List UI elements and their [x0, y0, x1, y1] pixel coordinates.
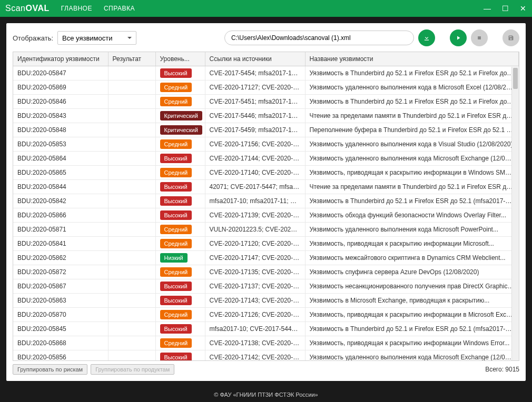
table-row[interactable]: BDU:2020-05848КритическийCVE-2017-5459; … [13, 123, 519, 137]
col-name[interactable]: Название уязвимости [305, 52, 519, 66]
cell-level: Средний [155, 265, 205, 279]
cell-result [108, 109, 155, 123]
level-badge: Высокий [160, 154, 192, 163]
group-by-products-button[interactable]: Группировать по продуктам [91, 364, 174, 375]
cell-result [108, 180, 155, 194]
cell-sources: CVE-2020-17142; CVE-2020-17142 [205, 350, 305, 361]
cell-result [108, 66, 155, 81]
col-sources[interactable]: Ссылки на источники [205, 52, 305, 66]
table-row[interactable]: BDU:2020-05865СреднийCVE-2020-17140; CVE… [13, 166, 519, 180]
cell-name: Переполнение буфера в Thunderbird до 52.… [305, 123, 519, 137]
cell-sources: CVE-2020-17126; CVE-2020-17126 [205, 308, 305, 322]
logo-oval: OVAL [25, 4, 49, 13]
table-row[interactable]: BDU:2020-05843КритическийCVE-2017-5446; … [13, 109, 519, 123]
table-row[interactable]: BDU:2020-05871СреднийVULN-20201223.5; CV… [13, 223, 519, 237]
maximize-icon[interactable]: ☐ [501, 4, 509, 13]
cell-result [108, 237, 155, 251]
cell-level: Средний [155, 308, 205, 322]
play-button[interactable] [450, 29, 467, 46]
filter-select[interactable]: Все уязвимости [57, 31, 136, 45]
copyright-text: © ФАУ «ГНИИИ ПТЗИ ФСТЭК России» [214, 391, 318, 398]
cell-level: Средний [155, 237, 205, 251]
close-icon[interactable]: ✕ [519, 4, 527, 13]
level-badge: Критический [160, 125, 202, 135]
download-button[interactable] [418, 29, 435, 46]
cell-sources: CVE-2020-17127; CVE-2020-17127 [205, 81, 305, 95]
table-row[interactable]: BDU:2020-05844Высокий42071; CVE-2017-544… [13, 180, 519, 194]
cell-result [108, 322, 155, 336]
cell-result [108, 279, 155, 294]
scrollbar-thumb[interactable] [513, 68, 518, 89]
save-button[interactable] [503, 29, 519, 46]
cell-name: Уязвимость, приводящая к раскрытию инфор… [305, 308, 519, 322]
cell-name: Уязвимость, приводящая к раскрытию инфор… [305, 336, 519, 350]
table-row[interactable]: BDU:2020-05853СреднийCVE-2020-17156; CVE… [13, 137, 519, 152]
cell-name: Уязвимость спуфинга сервера Azure DevOps… [305, 265, 519, 279]
cell-level: Низкий [155, 251, 205, 265]
display-label: Отображать: [13, 34, 53, 42]
cell-name: Уязвимость в Thunderbird до 52.1 и Firef… [305, 95, 519, 109]
cell-name: Уязвимость удаленного выполнения кода в … [305, 137, 519, 152]
cell-result [108, 294, 155, 308]
table-row[interactable]: BDU:2020-05863ВысокийCVE-2020-17143; CVE… [13, 294, 519, 308]
col-result[interactable]: Результат [108, 52, 155, 66]
table-row[interactable]: BDU:2020-05872СреднийCVE-2020-17135; CVE… [13, 265, 519, 279]
stop-button[interactable] [471, 29, 488, 46]
level-badge: Средний [160, 225, 192, 234]
cell-result [108, 265, 155, 279]
cell-sources: CVE-2020-17144; CVE-2020-17144 [205, 152, 305, 166]
logo-scan: Scan [5, 4, 25, 13]
menu-help[interactable]: СПРАВКА [104, 5, 135, 12]
table-header-row: Идентификатор уязвимости Результат Урове… [13, 52, 519, 66]
download-icon [423, 34, 430, 42]
cell-name: Уязвимость, приводящая к раскрытию инфор… [305, 166, 519, 180]
cell-id: BDU:2020-05843 [13, 109, 108, 123]
col-level[interactable]: Уровень... [155, 52, 205, 66]
cell-id: BDU:2020-05848 [13, 123, 108, 137]
level-badge: Средний [160, 168, 192, 177]
filter-value: Все уязвимости [62, 34, 112, 42]
cell-result [108, 152, 155, 166]
level-badge: Высокий [160, 196, 192, 206]
cell-id: BDU:2020-05865 [13, 166, 108, 180]
cell-sources: CVE-2017-5451; mfsa2017-13; mfsa [205, 95, 305, 109]
table-row[interactable]: BDU:2020-05868СреднийCVE-2020-17138; CVE… [13, 336, 519, 350]
table-row[interactable]: BDU:2020-05864ВысокийCVE-2020-17144; CVE… [13, 152, 519, 166]
table-row[interactable]: BDU:2020-05842Высокийmfsa2017-10; mfsa20… [13, 194, 519, 208]
cell-result [108, 194, 155, 208]
level-badge: Высокий [160, 282, 192, 291]
table-row[interactable]: BDU:2020-05841СреднийCVE-2020-17120; CVE… [13, 237, 519, 251]
level-badge: Высокий [160, 68, 192, 78]
cell-result [108, 350, 155, 361]
table-row[interactable]: BDU:2020-05866ВысокийCVE-2020-17139; CVE… [13, 208, 519, 223]
cell-sources: CVE-2020-17120; CVE-2020-17120 [205, 237, 305, 251]
table-row[interactable]: BDU:2020-05870СреднийCVE-2020-17126; CVE… [13, 308, 519, 322]
cell-name: Уязвимость обхода функций безопасности W… [305, 208, 519, 223]
cell-result [108, 166, 155, 180]
cell-result [108, 137, 155, 152]
cell-name: Уязвимость удаленного выполнения кода в … [305, 81, 519, 95]
table-row[interactable]: BDU:2020-05869СреднийCVE-2020-17127; CVE… [13, 81, 519, 95]
file-path-input[interactable]: C:\Users\Alex\Downloads\scanoval (1).xml [224, 31, 414, 45]
cell-id: BDU:2020-05871 [13, 223, 108, 237]
cell-level: Средний [155, 95, 205, 109]
cell-result [108, 81, 155, 95]
minimize-icon[interactable]: — [484, 4, 491, 13]
menu-main[interactable]: ГЛАВНОЕ [61, 5, 92, 12]
group-by-risks-button[interactable]: Группировать по рискам [13, 364, 87, 375]
table-row[interactable]: BDU:2020-05847ВысокийCVE-2017-5454; mfsa… [13, 66, 519, 81]
table-row[interactable]: BDU:2020-05846СреднийCVE-2017-5451; mfsa… [13, 95, 519, 109]
app-logo: ScanOVAL [5, 4, 50, 13]
scrollbar[interactable] [511, 67, 519, 360]
col-id[interactable]: Идентификатор уязвимости [13, 52, 108, 66]
cell-result [108, 95, 155, 109]
cell-level: Высокий [155, 322, 205, 336]
table-row[interactable]: BDU:2020-05862НизкийCVE-2020-17147; CVE-… [13, 251, 519, 265]
cell-id: BDU:2020-05862 [13, 251, 108, 265]
play-icon [455, 35, 461, 41]
table-row[interactable]: BDU:2020-05856ВысокийCVE-2020-17142; CVE… [13, 350, 519, 361]
table-row[interactable]: BDU:2020-05867ВысокийCVE-2020-17137; CVE… [13, 279, 519, 294]
cell-level: Средний [155, 81, 205, 95]
cell-id: BDU:2020-05842 [13, 194, 108, 208]
table-row[interactable]: BDU:2020-05845Высокийmfsa2017-10; CVE-20… [13, 322, 519, 336]
